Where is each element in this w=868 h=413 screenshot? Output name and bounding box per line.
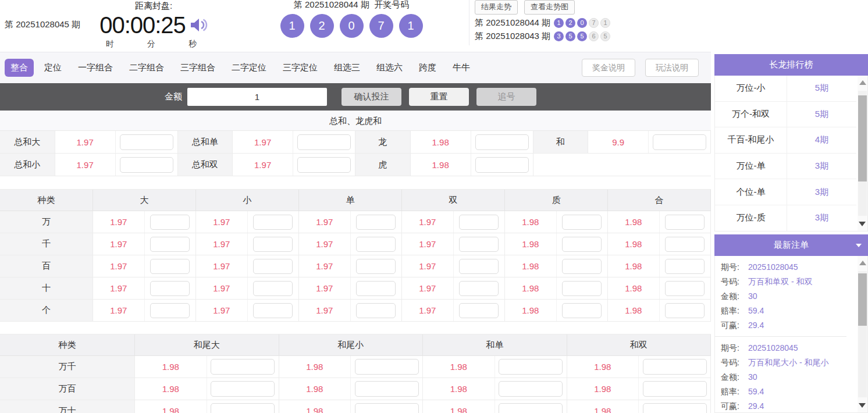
odds-value[interactable]: 1.97 bbox=[93, 233, 145, 255]
stake-input[interactable] bbox=[562, 303, 602, 318]
stake-input[interactable] bbox=[562, 237, 602, 252]
odds-value[interactable]: 1.97 bbox=[55, 154, 116, 176]
odds-value[interactable]: 1.98 bbox=[505, 233, 557, 255]
odds-value[interactable]: 1.98 bbox=[279, 378, 351, 400]
stake-input[interactable] bbox=[665, 237, 705, 252]
stake-input[interactable] bbox=[356, 259, 396, 274]
odds-value[interactable]: 1.98 bbox=[279, 400, 351, 413]
odds-value[interactable]: 1.97 bbox=[299, 300, 351, 321]
tab-定位[interactable]: 定位 bbox=[38, 59, 67, 77]
confirm-bet-button[interactable]: 确认投注 bbox=[341, 88, 401, 106]
odds-value[interactable]: 1.98 bbox=[505, 277, 557, 299]
odds-value[interactable]: 1.98 bbox=[567, 400, 639, 413]
stake-input[interactable] bbox=[459, 237, 499, 252]
odds-value[interactable]: 1.97 bbox=[299, 233, 351, 255]
odds-value[interactable]: 1.98 bbox=[135, 378, 207, 400]
stake-input[interactable] bbox=[653, 134, 706, 150]
stake-input[interactable] bbox=[499, 381, 563, 397]
stake-input[interactable] bbox=[499, 359, 563, 375]
result-trend-button[interactable]: 结果走势 bbox=[475, 0, 518, 15]
odds-value[interactable]: 1.97 bbox=[402, 277, 454, 299]
scroll-down-icon[interactable] bbox=[859, 222, 866, 226]
odds-value[interactable]: 1.98 bbox=[608, 277, 660, 299]
scroll-thumb[interactable] bbox=[858, 95, 867, 181]
odds-value[interactable]: 1.97 bbox=[196, 233, 248, 255]
odds-value[interactable]: 1.97 bbox=[55, 131, 116, 153]
stake-input[interactable] bbox=[120, 157, 173, 173]
odds-value[interactable]: 1.98 bbox=[608, 300, 660, 321]
odds-value[interactable]: 1.98 bbox=[279, 356, 351, 378]
tab-牛牛[interactable]: 牛牛 bbox=[447, 59, 476, 77]
odds-value[interactable]: 1.98 bbox=[567, 356, 639, 378]
prize-info-button[interactable]: 奖金说明 bbox=[582, 59, 635, 77]
stake-input[interactable] bbox=[562, 259, 602, 274]
odds-value[interactable]: 1.98 bbox=[423, 378, 495, 400]
stake-input[interactable] bbox=[459, 303, 499, 318]
odds-value[interactable]: 1.97 bbox=[93, 300, 145, 321]
odds-value[interactable]: 1.98 bbox=[423, 400, 495, 413]
stake-input[interactable] bbox=[297, 134, 351, 150]
odds-value[interactable]: 1.97 bbox=[93, 211, 145, 233]
rules-info-button[interactable]: 玩法说明 bbox=[645, 59, 699, 77]
stake-input[interactable] bbox=[475, 134, 529, 150]
odds-value[interactable]: 1.98 bbox=[608, 233, 660, 255]
stake-input[interactable] bbox=[150, 281, 190, 296]
stake-input[interactable] bbox=[356, 303, 396, 318]
stake-input[interactable] bbox=[643, 403, 707, 413]
odds-value[interactable]: 1.97 bbox=[93, 255, 145, 277]
stake-input[interactable] bbox=[150, 237, 190, 252]
odds-value[interactable]: 1.97 bbox=[233, 131, 293, 153]
odds-value[interactable]: 1.97 bbox=[93, 277, 145, 299]
odds-value[interactable]: 1.97 bbox=[402, 233, 454, 255]
stake-input[interactable] bbox=[356, 237, 396, 252]
odds-value[interactable]: 1.97 bbox=[299, 255, 351, 277]
stake-input[interactable] bbox=[499, 403, 563, 413]
odds-value[interactable]: 1.98 bbox=[505, 255, 557, 277]
sound-icon[interactable] bbox=[190, 17, 208, 35]
stake-input[interactable] bbox=[475, 157, 529, 173]
scroll-track[interactable] bbox=[858, 91, 867, 216]
stake-input[interactable] bbox=[562, 215, 602, 230]
odds-value[interactable]: 1.97 bbox=[299, 277, 351, 299]
stake-input[interactable] bbox=[355, 359, 419, 375]
stake-input[interactable] bbox=[459, 259, 499, 274]
tab-组选三[interactable]: 组选三 bbox=[328, 59, 366, 77]
stake-input[interactable] bbox=[355, 403, 419, 413]
odds-value[interactable]: 1.98 bbox=[411, 154, 471, 176]
odds-value[interactable]: 1.98 bbox=[135, 400, 207, 413]
stake-input[interactable] bbox=[253, 215, 293, 230]
stake-input[interactable] bbox=[459, 281, 499, 296]
stake-input[interactable] bbox=[253, 237, 293, 252]
odds-value[interactable]: 1.97 bbox=[196, 211, 248, 233]
odds-value[interactable]: 1.97 bbox=[196, 255, 248, 277]
odds-value[interactable]: 1.97 bbox=[402, 255, 454, 277]
tab-整合[interactable]: 整合 bbox=[5, 59, 34, 77]
tab-三字定位[interactable]: 三字定位 bbox=[277, 59, 323, 77]
stake-input[interactable] bbox=[253, 303, 293, 318]
stake-input[interactable] bbox=[665, 303, 705, 318]
odds-value[interactable]: 1.98 bbox=[423, 356, 495, 378]
scroll-up-icon[interactable] bbox=[859, 261, 866, 265]
stake-input[interactable] bbox=[643, 359, 707, 375]
view-trend-chart-button[interactable]: 查看走势图 bbox=[524, 0, 575, 15]
odds-value[interactable]: 1.98 bbox=[567, 378, 639, 400]
tab-组选六[interactable]: 组选六 bbox=[371, 59, 408, 77]
odds-value[interactable]: 1.98 bbox=[135, 356, 207, 378]
scroll-thumb[interactable] bbox=[858, 273, 867, 326]
odds-value[interactable]: 1.97 bbox=[402, 300, 454, 321]
chase-number-button[interactable]: 追号 bbox=[476, 88, 536, 106]
stake-input[interactable] bbox=[665, 215, 705, 230]
stake-input[interactable] bbox=[150, 215, 190, 230]
stake-input[interactable] bbox=[211, 359, 275, 375]
collapse-arrow-icon[interactable] bbox=[856, 244, 862, 247]
odds-value[interactable]: 1.98 bbox=[505, 211, 557, 233]
odds-value[interactable]: 1.97 bbox=[196, 277, 248, 299]
amount-input[interactable] bbox=[187, 88, 327, 106]
stake-input[interactable] bbox=[253, 281, 293, 296]
stake-input[interactable] bbox=[665, 259, 705, 274]
scroll-up-icon[interactable] bbox=[859, 80, 866, 85]
stake-input[interactable] bbox=[253, 259, 293, 274]
stake-input[interactable] bbox=[355, 381, 419, 397]
odds-value[interactable]: 1.98 bbox=[411, 131, 471, 153]
odds-value[interactable]: 9.9 bbox=[588, 131, 649, 153]
